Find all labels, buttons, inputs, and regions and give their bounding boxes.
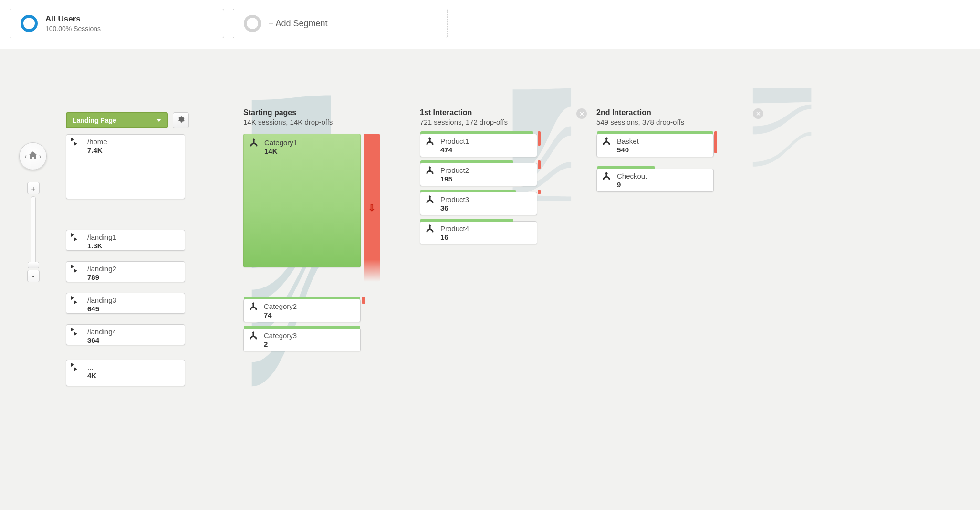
segment-title: All Users <box>45 14 101 24</box>
merge-icon <box>425 137 435 147</box>
flow-node[interactable]: /home 7.4K <box>66 134 185 199</box>
segment-bar: All Users 100.00% Sessions + Add Segment <box>0 0 980 49</box>
node-label: /landing3 <box>87 296 116 304</box>
column-title: 2nd Interaction <box>596 108 730 117</box>
proceed-bar <box>597 131 713 134</box>
nav-prev-button[interactable]: ‹ <box>24 152 27 160</box>
node-label: Product1 <box>440 137 469 145</box>
flow-canvas: ‹ › + - Landing Page /hom <box>0 49 980 510</box>
node-value: 36 <box>440 204 469 212</box>
column-starting-pages: Starting pages 14K sessions, 14K drop-of… <box>243 108 377 357</box>
segment-ring-grey-icon <box>244 15 261 32</box>
flow-node[interactable]: Product2 195 <box>420 163 537 186</box>
zoom-out-button[interactable]: - <box>27 270 40 282</box>
node-label: Category3 <box>264 331 297 340</box>
home-icon[interactable] <box>29 151 37 161</box>
proceed-bar <box>420 160 513 163</box>
node-label: Category2 <box>264 302 297 310</box>
zoom-thumb[interactable] <box>28 262 39 268</box>
node-value: 7.4K <box>87 146 107 154</box>
flow-node[interactable]: Product3 36 <box>420 192 537 215</box>
dropoff-bar <box>362 297 365 304</box>
close-icon: ✕ <box>579 110 584 117</box>
source-icon <box>71 138 82 147</box>
remove-column-button[interactable]: ✕ <box>753 108 763 119</box>
node-label: Product3 <box>440 195 469 203</box>
merge-icon <box>425 195 435 205</box>
column-subtitle: 14K sessions, 14K drop-offs <box>243 118 377 126</box>
merge-icon <box>425 224 435 234</box>
node-value: 540 <box>617 146 639 154</box>
settings-button[interactable] <box>173 112 189 128</box>
column-title: Starting pages <box>243 108 377 117</box>
source-icon <box>71 233 82 243</box>
flow-node[interactable]: Checkout 9 <box>596 169 714 192</box>
add-segment-button[interactable]: + Add Segment <box>233 9 448 38</box>
source-icon <box>71 265 82 274</box>
proceed-bar <box>420 190 516 192</box>
dropoff-bar <box>538 190 541 194</box>
merge-icon <box>602 172 611 181</box>
column-title: 1st Interaction <box>420 108 553 117</box>
zoom-slider[interactable] <box>31 196 36 268</box>
flow-node[interactable]: /landing3 645 <box>66 293 185 314</box>
node-label: /landing4 <box>87 328 116 336</box>
nav-next-button[interactable]: › <box>39 152 42 160</box>
node-value: 364 <box>87 336 116 344</box>
merge-icon <box>602 137 611 147</box>
column-1st-interaction: 1st Interaction 721 sessions, 172 drop-o… <box>420 108 553 250</box>
dropoff-bar <box>714 131 717 153</box>
dimension-select-label: Landing Page <box>73 117 116 124</box>
column-2nd-interaction: 2nd Interaction 549 sessions, 378 drop-o… <box>596 108 730 198</box>
proceed-bar <box>244 326 360 329</box>
segment-ring-icon <box>21 15 38 32</box>
merge-icon <box>249 331 258 341</box>
nav-home-widget: ‹ › <box>19 142 47 170</box>
zoom-in-button[interactable]: + <box>27 182 40 194</box>
node-category1[interactable]: Category1 14K ⇩ <box>243 134 361 267</box>
flow-node[interactable]: Category3 2 <box>243 328 361 351</box>
column-subtitle: 721 sessions, 172 drop-offs <box>420 118 553 126</box>
merge-icon <box>249 302 258 312</box>
node-value: 2 <box>264 340 297 348</box>
segment-all-users[interactable]: All Users 100.00% Sessions <box>10 9 224 38</box>
node-value: 74 <box>264 311 297 319</box>
gear-icon <box>177 116 185 126</box>
node-label: ... <box>87 363 96 371</box>
flow-node[interactable]: Basket 540 <box>596 134 714 157</box>
proceed-bar <box>244 297 360 299</box>
proceed-bar <box>420 131 533 134</box>
flow-node[interactable]: /landing4 364 <box>66 324 185 345</box>
flow-node[interactable]: /landing2 789 <box>66 261 185 282</box>
dropoff-bar <box>538 160 541 169</box>
node-value: 9 <box>617 181 647 189</box>
flow-node[interactable]: Category2 74 <box>243 299 361 322</box>
node-label: Product4 <box>440 224 469 233</box>
node-label: /landing2 <box>87 265 116 273</box>
node-value: 4K <box>87 372 96 380</box>
node-label: /landing1 <box>87 233 116 241</box>
proceed-bar <box>597 166 655 169</box>
flow-node[interactable]: Product1 474 <box>420 134 537 157</box>
node-value: 474 <box>440 146 469 154</box>
node-value: 16 <box>440 233 469 241</box>
flow-node[interactable]: Product4 16 <box>420 221 537 244</box>
source-icon <box>71 328 82 337</box>
close-icon: ✕ <box>756 110 761 117</box>
node-value: 645 <box>87 305 116 313</box>
flow-node[interactable]: ... 4K <box>66 360 185 386</box>
node-value: 14K <box>264 147 297 155</box>
node-value: 1.3K <box>87 242 116 250</box>
merge-icon <box>249 138 259 148</box>
proceed-bar <box>420 219 513 222</box>
node-value: 195 <box>440 175 469 183</box>
zoom-control: + - <box>27 182 40 282</box>
dimension-select[interactable]: Landing Page <box>66 112 168 128</box>
remove-column-button[interactable]: ✕ <box>576 108 587 119</box>
column-landing: /home 7.4K /landing1 1.3K /landing2 789 … <box>66 134 185 392</box>
dropoff-bar <box>538 131 541 146</box>
node-label: Checkout <box>617 172 647 180</box>
dropoff-arrow-icon: ⇩ <box>368 202 376 213</box>
flow-node[interactable]: /landing1 1.3K <box>66 230 185 251</box>
dropoff-bar: ⇩ <box>364 134 380 282</box>
